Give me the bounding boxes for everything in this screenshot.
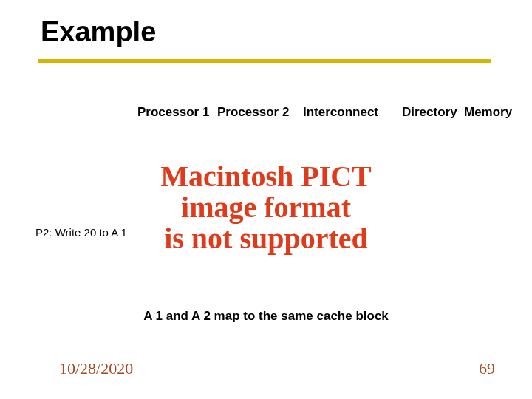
col-processor-1: Processor 1 — [137, 105, 209, 120]
col-memory: Memory — [464, 105, 512, 120]
col-interconnect: Interconnect — [303, 105, 378, 120]
row-label-p2-write: P2: Write 20 to A 1 — [35, 226, 127, 239]
caption: A 1 and A 2 map to the same cache block — [0, 309, 532, 324]
pict-error-line-2: image format — [89, 192, 443, 223]
pict-error-message: Macintosh PICT image format is not suppo… — [89, 161, 443, 254]
slide: Example Processor 1 Processor 2 Intercon… — [0, 0, 532, 399]
footer-page-number: 69 — [479, 359, 495, 378]
pict-error-line-1: Macintosh PICT — [89, 161, 443, 192]
col-processor-2: Processor 2 — [217, 105, 289, 120]
slide-title: Example — [41, 16, 156, 48]
pict-error-line-3: is not supported — [89, 223, 443, 254]
footer-date: 10/28/2020 — [59, 359, 133, 378]
title-underline — [38, 59, 491, 63]
col-directory: Directory — [402, 105, 457, 120]
